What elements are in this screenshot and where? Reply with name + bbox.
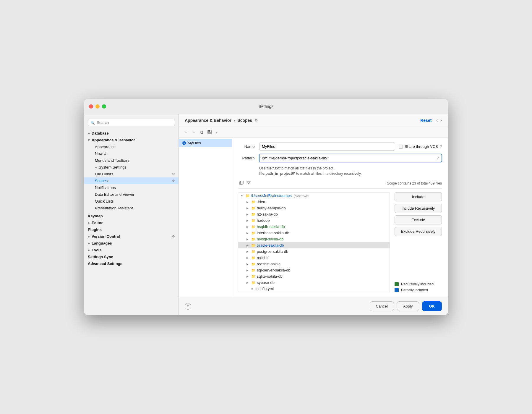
help-text: Use file:*.txt to match all 'txt' files …	[238, 166, 442, 176]
folder-icon: 📁	[251, 274, 256, 279]
sidebar-item-file-colors[interactable]: File Colors ⚙	[84, 171, 179, 177]
scopes-toolbar: ＋ － ⧉ ›	[179, 127, 448, 138]
tree-item-label: derby-sample-db	[257, 206, 286, 210]
pattern-input[interactable]	[259, 154, 442, 162]
folder-icon: 📁	[251, 268, 256, 272]
share-vcs-label: Share through VCS	[405, 144, 438, 149]
chevron-icon: ▶	[246, 275, 250, 278]
search-bar[interactable]: 🔍	[88, 119, 175, 126]
add-scope-button[interactable]: ＋	[182, 129, 189, 136]
sidebar-item-menus-toolbars[interactable]: Menus and Toolbars	[84, 157, 179, 164]
folder-icon: 📁	[251, 225, 256, 229]
sidebar-item-languages[interactable]: ▶ Languages	[84, 240, 179, 247]
chevron-icon: ▶	[246, 213, 250, 216]
share-vcs-checkbox[interactable]	[399, 145, 403, 149]
reset-button[interactable]: Reset	[420, 118, 432, 123]
tree-root[interactable]: ▼ 📁 /Users/JetBrains/dumps (/Users/Je	[238, 193, 390, 199]
tree-item-sqlserver[interactable]: ▶ 📁 sql-server-sakila-db	[238, 267, 390, 273]
tree-item-label: interbase-sakila-db	[257, 231, 289, 235]
close-button[interactable]	[89, 104, 93, 109]
name-input[interactable]	[259, 143, 395, 151]
chevron-icon: ▶	[246, 281, 250, 284]
search-input[interactable]	[97, 120, 172, 125]
sidebar-item-keymap[interactable]: Keymap	[84, 213, 179, 219]
tree-item-sybase[interactable]: ▶ 📁 sybase-db	[238, 279, 390, 286]
tree-item-interbase[interactable]: ▶ 📁 interbase-sakila-db	[238, 230, 390, 236]
nav-back-button[interactable]: ‹	[436, 118, 438, 123]
sidebar-item-notifications[interactable]: Notifications	[84, 184, 179, 191]
sidebar: 🔍 ▶ Database ▶ Appearance & Behavior App…	[84, 114, 179, 315]
sidebar-item-label: Editor	[92, 221, 103, 225]
tree-item-redshift[interactable]: ▶ 📁 redshift	[238, 255, 390, 261]
sidebar-item-presentation-assistant[interactable]: Presentation Assistant	[84, 205, 179, 211]
exclude-button[interactable]: Exclude	[395, 215, 442, 224]
maximize-button[interactable]	[102, 104, 106, 109]
sidebar-item-label: New UI	[95, 151, 108, 156]
chevron-icon: ▶	[246, 207, 250, 210]
title-bar: Settings	[84, 99, 448, 114]
minimize-button[interactable]	[95, 104, 100, 109]
sidebar-item-database[interactable]: ▶ Database	[84, 130, 179, 137]
tree-item-hsqldb[interactable]: ▶ 📁 hsqldb-sakila-db	[238, 224, 390, 230]
sidebar-item-data-editor[interactable]: Data Editor and Viewer	[84, 191, 179, 198]
remove-scope-button[interactable]: －	[191, 129, 198, 136]
ok-button[interactable]: OK	[422, 301, 442, 311]
tree-item-label: .idea	[257, 200, 265, 204]
tree-item-sqlite[interactable]: ▶ 📁 sqlite-sakila-db	[238, 273, 390, 279]
sidebar-item-label: Plugins	[88, 227, 102, 232]
legend: Recursively included Partially included	[395, 280, 442, 292]
sidebar-item-plugins[interactable]: Plugins	[84, 226, 179, 233]
tree-item-hadoop[interactable]: ▶ 📁 hadoop	[238, 217, 390, 224]
folder-icon: 📁	[245, 194, 250, 198]
breadcrumb: Appearance & Behavior › Scopes ⚙	[185, 118, 258, 123]
sidebar-item-appearance[interactable]: Appearance	[84, 143, 179, 150]
tree-item-oracle[interactable]: ▶ 📁 oracle-sakila-db	[238, 242, 390, 248]
sidebar-item-quick-lists[interactable]: Quick Lists	[84, 198, 179, 205]
sidebar-item-system-settings[interactable]: ▶ System Settings	[84, 164, 179, 171]
tree-item-h2sakila[interactable]: ▶ 📁 h2-sakila-db	[238, 211, 390, 217]
settings-icon: ⚙	[172, 235, 175, 238]
sidebar-item-tools[interactable]: ▶ Tools	[84, 247, 179, 253]
folder-icon: 📁	[251, 237, 256, 241]
cancel-button[interactable]: Cancel	[370, 301, 394, 311]
chevron-icon: ▶	[88, 249, 90, 252]
apply-button[interactable]: Apply	[397, 301, 419, 311]
chevron-icon: ▶	[246, 232, 250, 235]
sidebar-item-label: Data Editor and Viewer	[95, 192, 134, 197]
copy-pattern-button[interactable]	[238, 180, 245, 187]
tree-item-derby[interactable]: ▶ 📁 derby-sample-db	[238, 205, 390, 211]
main-content: 🔍 ▶ Database ▶ Appearance & Behavior App…	[84, 114, 448, 315]
tree-item-redshift-sakila[interactable]: ▶ 📁 redshift-sakila	[238, 261, 390, 267]
chevron-icon: ▶	[246, 256, 250, 259]
sidebar-item-new-ui[interactable]: New UI	[84, 150, 179, 157]
tree-item-label: mysql-sakila-db	[257, 237, 283, 241]
save-scope-button[interactable]	[206, 129, 213, 136]
nav-forward-button[interactable]: ›	[440, 118, 442, 123]
expand-pattern-icon[interactable]: ⤢	[437, 156, 439, 160]
sidebar-item-editor[interactable]: ▶ Editor	[84, 219, 179, 226]
exclude-recursively-button[interactable]: Exclude Recursively	[395, 227, 442, 236]
sidebar-item-label: Database	[92, 131, 109, 135]
folder-icon: 📁	[251, 262, 256, 266]
chevron-icon: ▶	[246, 244, 250, 247]
sidebar-item-version-control[interactable]: ▶ Version Control ⚙	[84, 233, 179, 240]
tree-item-idea[interactable]: ▶ 📁 .idea	[238, 199, 390, 205]
folder-icon: 📁	[251, 243, 256, 248]
include-recursively-button[interactable]: Include Recursively	[395, 204, 442, 213]
sidebar-item-settings-sync[interactable]: Settings Sync	[84, 253, 179, 260]
scope-item-myfiles[interactable]: MyFiles	[179, 139, 232, 147]
tree-item-config[interactable]: ▶ ≡ _config.yml	[238, 286, 390, 292]
sidebar-item-appearance-behavior[interactable]: ▶ Appearance & Behavior	[84, 137, 179, 143]
include-button[interactable]: Include	[395, 192, 442, 201]
tree-item-postgres[interactable]: ▶ 📁 postgres-sakila-db	[238, 248, 390, 255]
sidebar-item-scopes[interactable]: Scopes ⚙	[84, 177, 179, 184]
copy-icon	[239, 181, 244, 185]
folder-icon: 📁	[251, 200, 256, 204]
pattern-toolbar-row: Scope contains 23 of total 459 files	[238, 180, 442, 189]
sidebar-item-advanced-settings[interactable]: Advanced Settings	[84, 260, 179, 267]
filter-button[interactable]	[245, 180, 252, 187]
help-button[interactable]: ?	[185, 303, 191, 310]
tree-item-mysql[interactable]: ▶ 📁 mysql-sakila-db	[238, 236, 390, 242]
more-scope-button[interactable]: ›	[214, 129, 219, 135]
copy-scope-button[interactable]: ⧉	[199, 129, 205, 136]
